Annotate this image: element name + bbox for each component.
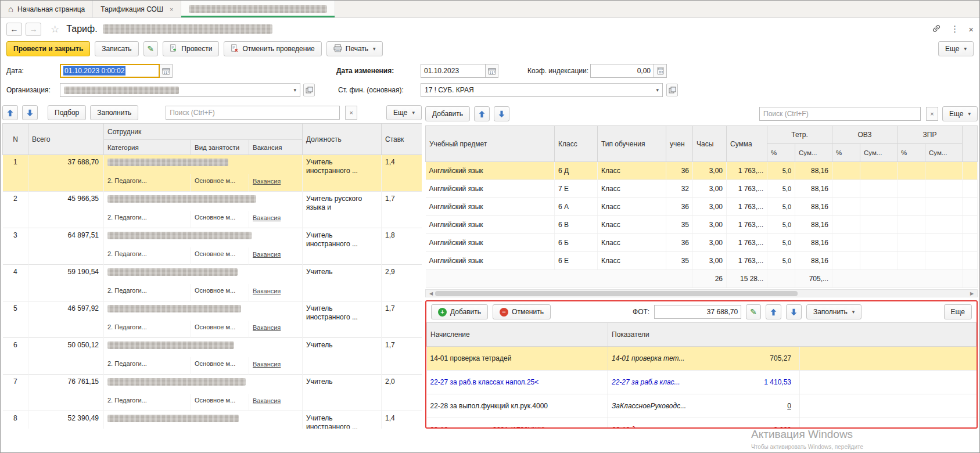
close-form-icon[interactable]: × — [968, 24, 974, 34]
move-up-button[interactable] — [2, 105, 18, 120]
edit-pencil-button[interactable]: ✎ — [143, 41, 159, 56]
col-rate: Ставк — [382, 124, 422, 155]
indicator-value[interactable]: 3 000 — [735, 426, 796, 429]
change-date-label: Дата изменения: — [336, 67, 394, 75]
employees-toolbar: Подбор Заполнить × Еще▾ — [2, 105, 422, 120]
chevron-down-icon: ▾ — [852, 309, 855, 315]
scrollbar-thumb[interactable] — [435, 291, 798, 296]
indicator-value[interactable]: 705,27 — [735, 354, 796, 362]
fin-item-combo[interactable]: 17 ! СУБ. КРАЯ ▾ — [421, 83, 663, 97]
tab-tarification[interactable]: Тарификация СОШ × — [93, 1, 181, 17]
clear-search-button[interactable]: × — [345, 106, 357, 120]
calendar-button[interactable] — [160, 64, 173, 78]
more-button-employees[interactable]: Еще▾ — [386, 105, 422, 120]
forward-button[interactable]: → — [26, 23, 41, 36]
vacancy-link[interactable]: Вакансия — [253, 361, 281, 368]
subject-row[interactable]: Английский язык6 ЕКласс 353,001 763,... … — [426, 252, 978, 270]
fill-button[interactable]: Заполнить — [90, 105, 138, 120]
table-row[interactable]: 7 76 761,15 Учитель 2,0 — [3, 375, 422, 394]
tab-home[interactable]: ⌂ Начальная страница — [1, 1, 93, 17]
table-row[interactable]: 4 59 190,54 Учитель 2,9 — [3, 265, 422, 284]
col-students: учен — [666, 126, 693, 162]
chevron-down-icon[interactable]: ▾ — [293, 87, 296, 93]
subjects-table: Учебный предмет Класс Тип обучения учен … — [425, 125, 978, 288]
blurred-organization-value — [64, 87, 179, 94]
vacancy-link[interactable]: Вакансия — [253, 251, 281, 258]
horizontal-scrollbar[interactable]: ◀ ▶ — [425, 289, 978, 297]
index-coef-input[interactable]: 0,00 — [590, 64, 654, 78]
calculator-button[interactable] — [654, 64, 667, 78]
print-button[interactable]: Печать ▾ — [326, 41, 383, 56]
col-position: Должность — [303, 124, 382, 155]
edit-fot-button[interactable]: ✎ — [746, 304, 761, 319]
indicator-value[interactable]: 1 410,53 — [735, 378, 796, 386]
subject-row[interactable]: Английский язык6 АКласс 363,001 763,... … — [426, 198, 978, 216]
windows-activation-watermark: Активация Windows Чтобы активировать Win… — [751, 428, 863, 450]
subject-row[interactable]: Английский язык6 ВКласс 353,001 763,... … — [426, 216, 978, 234]
more-button-subjects[interactable]: Еще▾ — [942, 106, 978, 121]
total-sum: 15 28... — [727, 270, 767, 288]
search-input[interactable] — [759, 107, 921, 121]
accrual-row[interactable]: 23-12 допл.по пост.3231 (1732)(ШК) 23-12… — [427, 418, 977, 429]
tab-close-icon[interactable]: × — [170, 6, 173, 13]
blurred-employee-name — [107, 378, 246, 386]
add-subject-button[interactable]: Добавить — [425, 106, 470, 121]
table-row[interactable]: 3 64 897,51 Учитель иностранного ... 1,8 — [3, 228, 422, 247]
scroll-right-icon[interactable]: ▶ — [968, 291, 976, 296]
subject-row[interactable]: Английский язык6 ДКласс 363,001 763,... … — [426, 162, 978, 180]
fot-label: ФОТ: — [633, 308, 649, 316]
post-button[interactable]: Провести — [163, 41, 219, 56]
vacancy-link[interactable]: Вакансия — [253, 214, 281, 221]
vacancy-link[interactable]: Вакансия — [253, 397, 281, 404]
more-button-accruals[interactable]: Еще — [944, 304, 972, 319]
fill-accruals-button[interactable]: Заполнить▾ — [806, 304, 861, 319]
table-row[interactable]: 6 50 050,12 Учитель 1,7 — [3, 338, 422, 357]
more-button-top[interactable]: Еще▾ — [938, 41, 974, 56]
table-row[interactable]: 1 37 688,70 Учитель иностранного ... 1,4 — [3, 155, 422, 174]
subject-row[interactable]: Английский язык6 БКласс 363,001 763,... … — [426, 234, 978, 252]
table-row[interactable]: 8 52 390,49 Учитель иностранного ... 1,4 — [3, 411, 422, 429]
col-ovz-sum: Сум... — [860, 144, 898, 162]
save-button[interactable]: Записать — [95, 41, 138, 56]
fot-input[interactable]: 37 688,70 — [654, 305, 741, 319]
back-button[interactable]: ← — [6, 23, 22, 36]
calendar-button[interactable] — [486, 64, 498, 78]
tab-bar: ⌂ Начальная страница Тарификация СОШ × — [1, 1, 979, 18]
add-accrual-button[interactable]: +Добавить — [431, 304, 488, 319]
chevron-down-icon[interactable]: ▾ — [656, 87, 659, 93]
organization-combo[interactable]: ▾ — [60, 83, 300, 97]
scroll-left-icon[interactable]: ◀ — [427, 291, 435, 296]
indicator-value-editing[interactable]: 0 — [735, 402, 796, 410]
blurred-employee-name — [107, 232, 252, 239]
change-date-input[interactable]: 01.10.2023 — [421, 64, 486, 78]
vacancy-link[interactable]: Вакансия — [253, 287, 281, 294]
kebab-menu-icon[interactable]: ⋮ — [950, 24, 959, 34]
move-down-button[interactable] — [786, 304, 802, 319]
pencil-icon: ✎ — [750, 307, 757, 317]
favorite-star-icon[interactable]: ☆ — [51, 23, 59, 35]
cancel-accrual-button[interactable]: −Отменить — [493, 304, 551, 319]
pick-button[interactable]: Подбор — [48, 105, 86, 120]
vacancy-link[interactable]: Вакансия — [253, 324, 281, 331]
subject-row[interactable]: Английский язык7 ЕКласс 323,001 763,... … — [426, 180, 978, 198]
clear-search-button[interactable]: × — [926, 107, 938, 121]
undo-post-button[interactable]: Отменить проведение — [224, 41, 321, 56]
accrual-row[interactable]: 14-01 проверка тетрадей 14-01 проверка т… — [427, 347, 977, 371]
move-up-button[interactable] — [474, 106, 490, 121]
organization-open-button[interactable] — [303, 84, 315, 96]
plus-circle-icon: + — [438, 308, 447, 317]
move-down-button[interactable] — [22, 105, 38, 120]
tab-current-document[interactable] — [181, 1, 335, 17]
table-row[interactable]: 5 46 597,92 Учитель иностранного ... 1,7 — [3, 301, 422, 321]
table-row[interactable]: 2 45 966,35 Учитель русского языка и 1,7 — [3, 192, 422, 211]
search-input[interactable] — [166, 106, 340, 120]
move-down-button[interactable] — [494, 106, 509, 121]
vacancy-link[interactable]: Вакансия — [253, 178, 281, 185]
link-icon[interactable] — [932, 24, 941, 35]
move-up-button[interactable] — [766, 304, 781, 319]
fin-item-open-button[interactable] — [666, 84, 678, 96]
date-input[interactable]: 01.10.2023 0:00:02 — [60, 64, 160, 78]
accrual-row[interactable]: 22-27 за раб.в классах напол.25< 22-27 з… — [427, 371, 977, 394]
post-and-close-button[interactable]: Провести и закрыть — [6, 41, 90, 56]
accrual-row[interactable]: 22-28 за выпол.функций кл.рук.4000 ЗаКла… — [427, 394, 977, 418]
